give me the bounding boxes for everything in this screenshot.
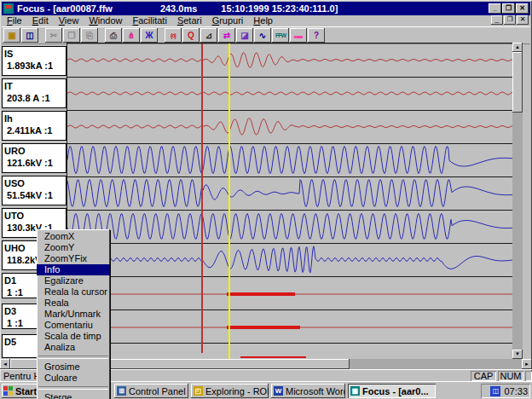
tray-icon[interactable]: ◫ [490,386,500,396]
focus-window: Focus - [aar00087.ffw 243.0ms 15:10:1999… [0,0,532,399]
menu-setari[interactable]: Setari [172,15,207,26]
ffw-icon: FFW [275,32,286,38]
ffw-button[interactable]: FFW [272,28,289,43]
waveform-row-uro[interactable] [67,143,512,177]
channel-name: USO [3,176,66,189]
waveform-trace-uso [67,176,512,210]
waveform-row-uto[interactable] [67,210,512,244]
vertical-scroll-thumb[interactable] [512,52,523,113]
print-button[interactable]: ⎙ [105,28,122,43]
waveform-trace-uto [67,210,512,243]
palette-button[interactable]: ▬ [290,28,307,43]
menu-help[interactable]: Help [248,15,278,26]
impedance-button[interactable]: (o) [165,28,182,43]
menu-edit[interactable]: Edit [27,15,54,26]
wave-button[interactable]: ∿ [254,28,271,43]
channel-name: Ih [3,112,66,124]
windows-logo-icon [3,386,13,396]
save-button[interactable]: ◫ [21,28,38,43]
phasor-button[interactable]: ⋔ [123,28,140,43]
scroll-down-button[interactable]: ▼ [512,350,523,359]
context-menu-item-reala[interactable]: Reala [37,298,110,309]
waveform-trace-uro [67,143,512,176]
waveform-row-d5[interactable] [67,343,512,360]
system-tray: ◫ 07:33 [481,384,530,398]
channel-label-is[interactable]: IS1.893kA :1 [2,46,66,76]
taskbar-button-microsoft-word[interactable]: WMicrosoft Word [271,384,345,398]
taskbar-button-focus-aar0-[interactable]: ▦Focus - [aar0... [348,384,436,398]
context-menu-item-sterge[interactable]: Sterge [37,392,110,399]
context-menu-item-scala-de-timp[interactable]: Scala de timp [37,331,110,342]
waveform-row-ih[interactable] [67,110,512,144]
analysis-button[interactable]: Ж [141,28,158,43]
arrows-button[interactable]: ⇄ [218,28,235,43]
phasor-icon: ⋔ [128,31,135,40]
channel-label-ih[interactable]: Ih2.411kA :1 [2,111,66,141]
cut-icon: ✂ [50,31,57,40]
app-icon[interactable] [3,3,14,14]
menu-window[interactable]: Window [84,15,127,26]
context-menu-item-info[interactable]: Info [37,264,110,275]
waveform-row-it[interactable] [67,77,512,111]
scroll-left-button[interactable]: ◄ [0,359,10,369]
q-button[interactable]: Q [182,28,200,43]
context-menu-item-zoomy[interactable]: ZoomY [37,242,110,253]
status-stub-panel [525,371,532,381]
channel-name: URO [3,144,66,157]
taskbar-button-label: Control Panel [129,386,186,396]
graph-icon: ⊿ [205,31,212,40]
channel-label-uro[interactable]: URO121.6kV :1 [2,143,66,173]
waveform-row-is[interactable] [67,43,512,78]
taskbar-button-exploring-rom-[interactable]: ◰Exploring - ROM... [191,384,269,398]
waveform-row-d1[interactable] [67,276,512,310]
menu-file[interactable]: File [2,15,27,26]
context-menu-item-grosime[interactable]: Grosime [37,361,110,373]
context-menu-item-zoomx[interactable]: ZoomX [37,231,110,242]
channel-label-it[interactable]: IT203.8 A :1 [2,78,66,108]
toolbar-separator [39,28,45,43]
taskbar-button-control-panel[interactable]: ⊞Control Panel [114,384,188,398]
window-title: Focus - [aar00087.ffw [17,3,113,14]
channel-scale: 203.8 A :1 [3,92,66,104]
mdi-close-button[interactable]: ✕ [517,15,529,25]
taskbar-button-label: Microsoft Word [286,386,345,396]
mdi-minimize-button[interactable]: _ [491,15,503,25]
taskbar-button-label: Focus - [aar0... [362,386,429,396]
open-button[interactable]: ▣ [3,28,20,43]
wave-icon: ∿ [259,31,266,40]
channel-scale: 121.6kV :1 [3,157,66,169]
print-icon: ⎙ [110,31,117,41]
graph-button[interactable]: ⊿ [200,28,217,43]
channel-label-uso[interactable]: USO51.54kV :1 [2,176,66,205]
minimize-button[interactable]: _ [489,3,501,14]
waveform-plot-area[interactable] [66,43,513,360]
close-button[interactable]: ✕ [516,3,529,14]
context-menu-item-zoomyfix[interactable]: ZoomYFix [37,253,110,264]
context-menu-item-mark-unmark[interactable]: Mark/Unmark [37,309,110,320]
restore-button[interactable]: ❐ [502,3,515,14]
impedance-icon: (o) [171,32,176,38]
arrows-icon: ⇄ [223,31,230,40]
scroll-right-button[interactable]: ► [522,359,532,369]
context-menu-item-comentariu[interactable]: Comentariu [37,320,110,331]
layers-button[interactable]: ◪ [236,28,253,43]
menu-view[interactable]: View [54,15,84,26]
help-button[interactable]: ? [308,28,325,43]
mdi-restore-button[interactable]: ❐ [504,15,516,25]
menu-grupuri[interactable]: Grupuri [207,15,249,26]
waveform-trace-uho [67,243,512,276]
toolbar-separator [159,28,165,43]
cursor-line-red[interactable] [201,43,203,353]
context-menu-item-reala-la-cursor[interactable]: Reala la cursor [37,286,110,298]
menu-facilitati[interactable]: Facilitati [128,15,172,26]
context-menu-item-analiza[interactable]: Analiza [37,342,110,353]
context-menu-item-culoare[interactable]: Culoare [37,373,110,384]
cursor-line-yellow[interactable] [228,43,230,359]
waveform-row-uso[interactable] [67,176,512,211]
vertical-scrollbar[interactable]: ▲ ▼ [512,43,523,359]
copy-button: ❐ [63,28,80,43]
waveform-row-uho[interactable] [67,243,512,277]
context-menu-item-egalizare[interactable]: Egalizare [37,275,110,286]
scroll-up-button[interactable]: ▲ [512,43,523,52]
waveform-row-d3[interactable] [67,309,512,344]
